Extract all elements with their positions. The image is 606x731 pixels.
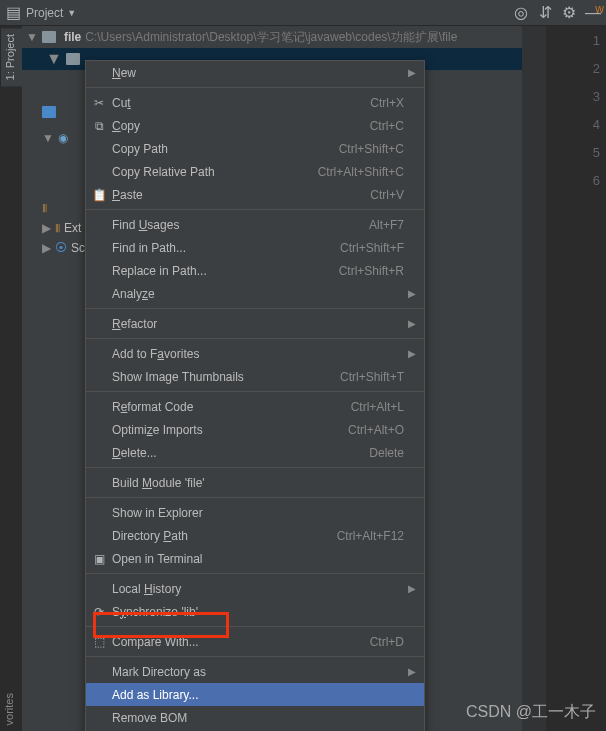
cut-icon: ✂ bbox=[91, 96, 107, 110]
menu-cut[interactable]: ✂CutCtrl+X bbox=[86, 91, 424, 114]
editor-tab-partial: w bbox=[595, 2, 604, 16]
editor-line-numbers: 1 2 3 4 5 6 bbox=[546, 26, 606, 731]
menu-local-history[interactable]: Local History▶ bbox=[86, 577, 424, 600]
collapse-icon[interactable]: ⇵ bbox=[538, 6, 552, 20]
chevron-right-icon: ▶ bbox=[408, 583, 416, 594]
menu-new[interactable]: New▶ bbox=[86, 61, 424, 84]
root-folder-name: file bbox=[64, 30, 81, 44]
gutter bbox=[522, 26, 546, 731]
menu-optimize-imports[interactable]: Optimize ImportsCtrl+Alt+O bbox=[86, 418, 424, 441]
menu-separator bbox=[86, 391, 424, 392]
chevron-right-icon: ▶ bbox=[408, 348, 416, 359]
line-number: 4 bbox=[546, 110, 606, 138]
menu-separator bbox=[86, 87, 424, 88]
menu-refactor[interactable]: Refactor▶ bbox=[86, 312, 424, 335]
folder-icon bbox=[66, 53, 80, 65]
menu-show-explorer[interactable]: Show in Explorer bbox=[86, 501, 424, 524]
line-number: 6 bbox=[546, 166, 606, 194]
watermark: CSDN @工一木子 bbox=[466, 702, 596, 723]
menu-paste[interactable]: 📋PasteCtrl+V bbox=[86, 183, 424, 206]
project-icon: ▤ bbox=[6, 6, 20, 20]
menu-show-thumbnails[interactable]: Show Image ThumbnailsCtrl+Shift+T bbox=[86, 365, 424, 388]
menu-separator bbox=[86, 626, 424, 627]
breadcrumb[interactable]: ▼ file C:\Users\Administrator\Desktop\学习… bbox=[22, 26, 522, 48]
menu-mark-directory[interactable]: Mark Directory as▶ bbox=[86, 660, 424, 683]
menu-separator bbox=[86, 656, 424, 657]
menu-compare-with[interactable]: ⬚Compare With...Ctrl+D bbox=[86, 630, 424, 653]
menu-add-favorites[interactable]: Add to Favorites▶ bbox=[86, 342, 424, 365]
line-number: 1 bbox=[546, 26, 606, 54]
folder-icon bbox=[42, 31, 56, 43]
target-icon[interactable]: ◎ bbox=[514, 6, 528, 20]
sync-icon: ⟳ bbox=[91, 605, 107, 619]
menu-separator bbox=[86, 338, 424, 339]
menu-reformat[interactable]: Reformat CodeCtrl+Alt+L bbox=[86, 395, 424, 418]
menu-find-usages[interactable]: Find UsagesAlt+F7 bbox=[86, 213, 424, 236]
root-folder-path: C:\Users\Administrator\Desktop\学习笔记\java… bbox=[85, 29, 457, 46]
chevron-right-icon: ▶ bbox=[408, 288, 416, 299]
menu-open-terminal[interactable]: ▣Open in Terminal bbox=[86, 547, 424, 570]
menu-delete[interactable]: Delete...Delete bbox=[86, 441, 424, 464]
menu-separator bbox=[86, 308, 424, 309]
menu-separator bbox=[86, 209, 424, 210]
context-menu: New▶ ✂CutCtrl+X ⧉CopyCtrl+C Copy PathCtr… bbox=[85, 60, 425, 731]
favorites-tool-tab[interactable]: vorites bbox=[0, 687, 22, 731]
gear-icon[interactable]: ⚙ bbox=[562, 6, 576, 20]
menu-directory-path[interactable]: Directory PathCtrl+Alt+F12 bbox=[86, 524, 424, 547]
menu-analyze[interactable]: Analyze▶ bbox=[86, 282, 424, 305]
menu-replace-in-path[interactable]: Replace in Path...Ctrl+Shift+R bbox=[86, 259, 424, 282]
menu-separator bbox=[86, 573, 424, 574]
project-tool-tab[interactable]: 1: Project bbox=[0, 28, 22, 86]
diff-icon: ⬚ bbox=[91, 635, 107, 649]
menu-copy[interactable]: ⧉CopyCtrl+C bbox=[86, 114, 424, 137]
menu-synchronize[interactable]: ⟳Synchronize 'lib' bbox=[86, 600, 424, 623]
menu-copy-relative-path[interactable]: Copy Relative PathCtrl+Alt+Shift+C bbox=[86, 160, 424, 183]
line-number: 5 bbox=[546, 138, 606, 166]
chevron-right-icon: ▶ bbox=[408, 67, 416, 78]
menu-add-as-library[interactable]: Add as Library... bbox=[86, 683, 424, 706]
menu-find-in-path[interactable]: Find in Path...Ctrl+Shift+F bbox=[86, 236, 424, 259]
menu-separator bbox=[86, 497, 424, 498]
chevron-right-icon: ▶ bbox=[408, 666, 416, 677]
menu-separator bbox=[86, 467, 424, 468]
line-number: 3 bbox=[546, 82, 606, 110]
folder-icon bbox=[42, 106, 56, 118]
top-toolbar: ▤ Project ▼ ◎ ⇵ ⚙ — bbox=[0, 0, 606, 26]
paste-icon: 📋 bbox=[91, 188, 107, 202]
menu-copy-path[interactable]: Copy PathCtrl+Shift+C bbox=[86, 137, 424, 160]
menu-remove-bom[interactable]: Remove BOM bbox=[86, 706, 424, 729]
chevron-right-icon: ▶ bbox=[408, 318, 416, 329]
copy-icon: ⧉ bbox=[91, 119, 107, 133]
menu-build-module[interactable]: Build Module 'file' bbox=[86, 471, 424, 494]
terminal-icon: ▣ bbox=[91, 552, 107, 566]
project-dropdown[interactable]: Project ▼ bbox=[26, 6, 76, 20]
line-number: 2 bbox=[546, 54, 606, 82]
